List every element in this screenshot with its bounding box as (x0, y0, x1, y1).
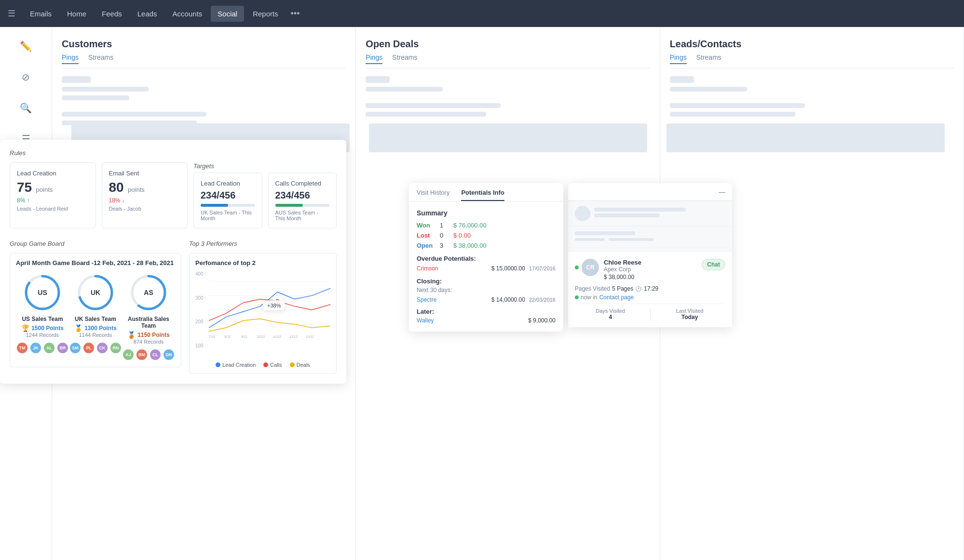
now-in-label: now in (581, 294, 597, 301)
target-calls-progress (275, 204, 330, 207)
chat-button[interactable]: Chat (702, 259, 725, 270)
visit-tabs: Visit History Potentials Info (409, 183, 563, 201)
team-uk-points-row: 🏅 1300 Points (69, 324, 122, 332)
edit-icon[interactable]: ✏️ (16, 37, 36, 56)
target-card-lead-creation-fraction: 234/456 (201, 190, 255, 201)
team-australia-avatars: AJ BM CL DN (122, 348, 175, 361)
skeleton-lines (594, 208, 725, 219)
team-australia-label: AS (144, 289, 153, 296)
summary-status-won: Won (417, 222, 436, 229)
nav-item-reports[interactable]: Reports (246, 6, 285, 22)
overdue-title: Overdue Potentials: (417, 255, 556, 262)
rules-cards: Lead Creation 75 points 8% ↑ Leads - Leo… (10, 162, 337, 228)
nav-item-emails[interactable]: Emails (23, 6, 58, 22)
customers-tabs: Pings Streams (62, 53, 346, 68)
filter-icon[interactable]: ⊘ (18, 67, 34, 87)
target-card-lead-creation: Lead Creation 234/456 UK Sales Team - Th… (193, 173, 262, 228)
later-title: Later: (417, 308, 556, 315)
overdue-date: 17/07/2016 (529, 266, 556, 271)
chart-tooltip: +38% (263, 300, 285, 311)
rule-card-email-sent-unit: points (128, 186, 145, 193)
chat-panel: — CR Chloe Reese Apex Corp $ 3 (568, 183, 732, 327)
tab-potentials-info[interactable]: Potentials Info (461, 189, 504, 201)
nav-item-feeds[interactable]: Feeds (95, 6, 129, 22)
legend-deals: Deals (290, 362, 310, 368)
team-australia-name: Australia Sales Team (122, 316, 175, 329)
top-navigation: ☰ Emails Home Feeds Leads Accounts Socia… (0, 0, 964, 27)
open-deals-tabs: Pings Streams (366, 53, 650, 68)
chat-skeleton-row-1 (568, 201, 732, 227)
rule-card-lead-creation-unit: points (36, 186, 53, 193)
target-card-calls-sub: AUS Sales Team - This Month (275, 210, 330, 221)
summary-row-won: Won 1 $ 76,000.00 (417, 222, 556, 229)
customers-tab-streams[interactable]: Streams (88, 53, 113, 64)
now-in-page: Contact page (599, 294, 634, 301)
contact-avatar-wrap: CR (575, 259, 599, 276)
avatar: JK (29, 342, 42, 354)
legend-dot-calls (263, 362, 268, 367)
avatar: BM (136, 348, 148, 361)
rule-card-lead-creation-change: 8% ↑ (17, 197, 89, 204)
leads-contacts-tab-streams[interactable]: Streams (696, 53, 721, 64)
nav-item-home[interactable]: Home (60, 6, 93, 22)
targets-label: Targets (193, 162, 337, 170)
team-uk: UK UK Sales Team 🏅 1300 Points 1144 Reco… (69, 273, 122, 361)
rule-card-email-sent-change: 18% ↓ (109, 197, 181, 204)
summary-row-open: Open 3 $ 38,000.00 (417, 242, 556, 249)
customers-tab-pings[interactable]: Pings (62, 53, 79, 64)
performance-chart: 400 300 200 100 (195, 271, 330, 358)
minimize-button[interactable]: — (719, 188, 725, 196)
leads-contacts-tab-pings[interactable]: Pings (670, 53, 687, 64)
rule-card-email-sent: Email Sent 80 points 18% ↓ Deals - Jacob (102, 162, 188, 228)
tab-visit-history[interactable]: Visit History (417, 189, 449, 201)
team-uk-circle: UK (76, 273, 115, 312)
closing-title: Closing: (417, 278, 556, 285)
nav-item-leads[interactable]: Leads (131, 6, 164, 22)
team-us-label: US (38, 289, 47, 296)
visit-stats-row: Days Visited 4 Last Visited Today (575, 304, 725, 320)
rules-label: Rules (10, 149, 337, 157)
time-value: 17:29 (644, 285, 658, 292)
nav-item-accounts[interactable]: Accounts (166, 6, 209, 22)
open-deals-title: Open Deals (366, 39, 650, 50)
open-deals-tab-pings[interactable]: Pings (366, 53, 382, 64)
leads-contacts-title: Leads/Contacts (670, 39, 954, 50)
avatar: CK (96, 342, 109, 354)
y-label-400: 400 (195, 271, 209, 277)
team-australia-points: 1150 Points (137, 332, 170, 338)
chart-title: Perfomance of top 2 (195, 259, 330, 267)
rule-card-email-sent-sub: Deals - Jacob (109, 206, 181, 212)
search-icon[interactable]: 🔍 (16, 98, 36, 118)
open-deals-tab-streams[interactable]: Streams (392, 53, 417, 64)
team-us: US US Sales Team 🏆 1500 Points 1244 Reco… (16, 273, 69, 361)
closing-date: 22/03/2016 (529, 297, 556, 303)
summary-count-open: 3 (440, 242, 449, 249)
contact-name: Chloe Reese (604, 259, 697, 266)
summary-status-open: Open (417, 242, 436, 249)
hamburger-icon[interactable]: ☰ (8, 8, 15, 19)
nav-item-social[interactable]: Social (211, 6, 244, 22)
y-axis: 400 300 200 100 (195, 271, 209, 348)
top-performers-section: Top 3 Performers Perfomance of top 2 400… (189, 240, 337, 374)
legend-lead-creation: Lead Creation (216, 362, 256, 368)
targets-cards: Lead Creation 234/456 UK Sales Team - Th… (193, 173, 337, 228)
rule-card-lead-creation: Lead Creation 75 points 8% ↑ Leads - Leo… (10, 162, 96, 228)
group-board-card: April Month Game Board -12 Feb, 2021 - 2… (10, 253, 181, 367)
team-australia-points-row: 🥉 1150 Points (122, 331, 175, 339)
legend-label-deals: Deals (297, 362, 310, 368)
team-us-trophy: 🏆 (21, 324, 29, 332)
leads-contacts-tabs: Pings Streams (670, 53, 954, 68)
contact-company: Apex Corp (604, 266, 697, 273)
closing-row: Spectre $ 14,0000.00 22/03/2016 (417, 296, 556, 303)
team-uk-name: UK Sales Team (69, 316, 122, 322)
performers-card: Perfomance of top 2 400 300 200 100 (189, 253, 337, 374)
team-uk-trophy: 🏅 (74, 324, 82, 332)
gamification-panel: Rules Lead Creation 75 points 8% ↑ Leads… (0, 140, 346, 384)
team-us-records: 1244 Records (16, 332, 69, 338)
online-indicator (575, 266, 579, 269)
nav-more-button[interactable]: ••• (287, 5, 304, 23)
skeleton-avatar (575, 206, 590, 221)
legend-label-lead-creation: Lead Creation (222, 362, 256, 368)
avatar: DN (163, 348, 175, 361)
summary-count-won: 1 (440, 222, 449, 229)
